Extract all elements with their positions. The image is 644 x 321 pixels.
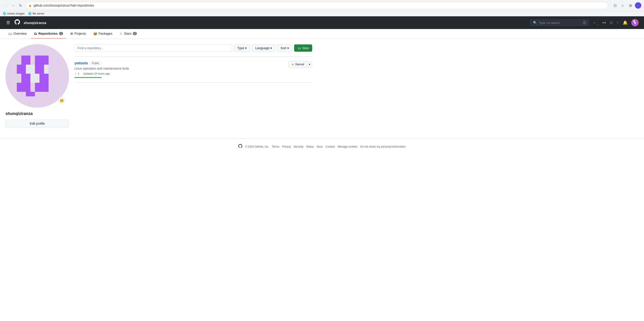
type-label: Type [237,46,244,50]
repositories-count-badge: 1 [59,32,63,35]
forward-button[interactable]: → [10,2,16,8]
find-repo-input[interactable] [74,44,232,52]
inbox-button[interactable]: 🔔 [623,20,628,25]
tab-packages[interactable]: 📦 Packages [90,29,115,38]
split-screen-button[interactable]: ⊞ [627,2,634,8]
repo-updated: Updated 16 hours ago [83,72,110,75]
starred-button[interactable]: ★ Starred [288,61,307,67]
reload-button[interactable]: ↻ [17,2,24,8]
globe-icon-2: 🌐 [28,12,32,15]
chevron-down-icon-lang: ▾ [270,46,272,50]
svg-rect-19 [26,92,35,96]
new-repo-icon: 🗂 [298,46,301,50]
browser-chrome: ← → ↻ 🔒 github.com/shunqiziranza?tab=rep… [0,0,644,11]
footer-link-security[interactable]: Security [294,145,304,148]
github-header: ☰ shunqiziranza 🔍 Type / to search / ＞_ … [0,16,644,29]
repo-visibility-badge: Public [90,61,102,65]
profile-username: shunqiziranza [6,111,69,116]
search-bar[interactable]: 🔍 Type / to search / [530,19,589,26]
bookmark-button[interactable]: ☆ [620,2,626,8]
stars-label: Stars [124,32,132,35]
svg-rect-12 [35,65,44,74]
svg-rect-8 [21,55,30,65]
star-count: 1 [78,72,80,75]
globe-icon: 🌐 [3,12,6,15]
search-slash-key: / [583,21,586,24]
edit-avatar-button[interactable]: 😊 [58,97,65,104]
plus-label: + [602,21,604,24]
profile-nav: 📖 Overview 🗂 Repositories 1 ⊞ Projects 📦… [0,29,644,39]
repositories-content: Type ▾ Language ▾ Sort ▾ 🗂 New ywtools [74,44,312,127]
repo-icon: 🗂 [34,32,37,35]
projects-label: Projects [74,32,86,35]
main-content: 😊 shunqiziranza Edit profile Type ▾ Lang… [0,39,318,133]
star-icon: ☆ [74,72,77,75]
new-repo-button[interactable]: 🗂 New [294,44,312,52]
back-button[interactable]: ← [3,2,9,8]
repo-filters: Type ▾ Language ▾ Sort ▾ 🗂 New [74,44,312,52]
bookmark-label: centos images [7,12,24,15]
url-text: github.com/shunqiziranza?tab=repositorie… [34,4,94,7]
svg-rect-4 [634,22,636,23]
footer-logo [238,144,242,149]
issues-button[interactable]: ⊙ [610,20,613,25]
profile-avatar-container: 😊 [6,44,69,108]
svg-rect-11 [26,65,35,74]
github-logo[interactable] [14,19,20,26]
star-filled-icon: ★ [291,62,294,66]
starred-chevron-button[interactable]: ▾ [307,61,312,67]
edit-profile-button[interactable]: Edit profile [6,120,69,127]
new-label: New [302,46,308,50]
chevron-down-icon-star: ▾ [309,63,310,66]
footer-link-docs[interactable]: Docs [316,145,323,148]
bookmark-file-server[interactable]: 🌐 file server [28,12,44,15]
footer-link-manage-cookies[interactable]: Manage cookies [338,145,358,148]
profile-button[interactable]: 👤 [635,2,641,8]
packages-icon: 📦 [93,32,97,35]
svg-rect-17 [17,83,30,92]
hamburger-menu-button[interactable]: ☰ [6,19,11,26]
tab-stars[interactable]: ☆ Stars 2 [117,29,140,38]
sort-label: Sort [280,46,286,50]
svg-rect-9 [35,55,48,65]
lock-icon: 🔒 [28,4,32,7]
create-new-button[interactable]: + ▾ [602,21,606,24]
footer-copyright: © 2024 GitHub, Inc. [245,145,269,148]
chevron-down-icon: ▾ [604,21,606,24]
footer-link-privacy[interactable]: Privacy [282,145,291,148]
table-row: ywtools Public Linux operation and maint… [74,57,312,83]
sort-filter-button[interactable]: Sort ▾ [277,44,292,52]
language-bar [74,77,102,78]
svg-rect-10 [17,65,26,74]
footer-link-contact[interactable]: Contact [326,145,335,148]
footer-link-status[interactable]: Status [306,145,314,148]
footer-link-terms[interactable]: Terms [272,145,279,148]
bookmark-centos-images[interactable]: 🌐 centos images [3,12,24,15]
repo-item-right: ★ Starred ▾ [288,61,312,67]
bookmark-label-2: file server [32,12,44,15]
language-filter-button[interactable]: Language ▾ [252,44,275,52]
svg-rect-1 [633,20,635,22]
browser-nav-buttons: ← → ↻ [3,2,24,8]
cast-button[interactable]: ⊡ [612,2,618,8]
book-icon: 📖 [8,32,12,35]
terminal-button[interactable]: ＞_ [593,20,598,25]
svg-rect-3 [633,22,634,23]
overview-label: Overview [14,32,26,35]
repo-description: Linux operation and maintenance tools [74,67,288,70]
stars-icon: ☆ [120,32,122,35]
repo-meta: ☆ 1 Updated 16 hours ago [74,72,288,75]
address-bar[interactable]: 🔒 github.com/shunqiziranza?tab=repositor… [26,2,608,9]
footer-link-do-not-share[interactable]: Do not share my personal information [360,145,406,148]
packages-label: Packages [98,32,112,35]
pull-requests-button[interactable]: ⑂ [616,20,619,25]
user-avatar[interactable] [631,19,638,26]
repo-name-link[interactable]: ywtools [74,61,88,65]
tab-repositories[interactable]: 🗂 Repositories 1 [31,29,66,38]
svg-rect-16 [40,74,48,83]
tab-projects[interactable]: ⊞ Projects [68,29,89,38]
starred-label: Starred [295,63,304,66]
type-filter-button[interactable]: Type ▾ [234,44,250,52]
tab-overview[interactable]: 📖 Overview [6,29,29,38]
header-actions: ＞_ + ▾ ⊙ ⑂ 🔔 [593,19,638,26]
